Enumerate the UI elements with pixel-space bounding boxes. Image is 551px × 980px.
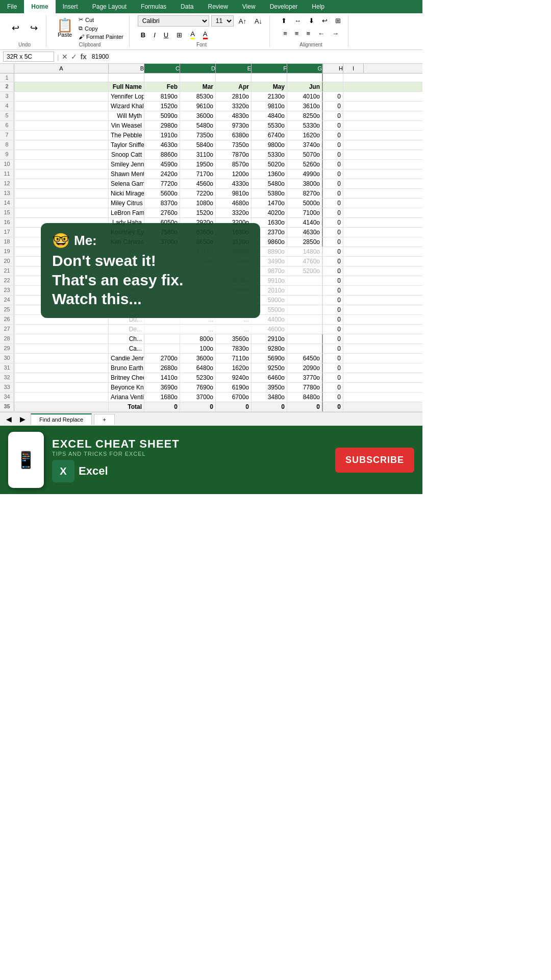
cell[interactable]: 9800o bbox=[252, 140, 287, 150]
name-box[interactable] bbox=[3, 52, 54, 62]
cell[interactable]: 4630o bbox=[287, 228, 323, 237]
tab-insert[interactable]: Insert bbox=[56, 0, 85, 13]
cell[interactable] bbox=[144, 325, 180, 334]
cell[interactable] bbox=[14, 208, 109, 217]
cell[interactable]: Miley Citrus bbox=[109, 199, 144, 208]
redo-button[interactable]: ↪ bbox=[26, 22, 42, 34]
cell[interactable]: 3600o bbox=[180, 111, 216, 120]
cell[interactable] bbox=[14, 169, 109, 179]
tab-formulas[interactable]: Formulas bbox=[134, 0, 173, 13]
col-header-g[interactable]: G bbox=[287, 64, 323, 73]
undo-button[interactable]: ↩ bbox=[7, 22, 23, 34]
cell[interactable]: 7870o bbox=[216, 150, 252, 159]
cell[interactable]: 0 bbox=[252, 402, 287, 411]
cell[interactable]: 5480o bbox=[252, 179, 287, 188]
paste-button[interactable]: 📋 Paste bbox=[55, 17, 75, 39]
cell[interactable]: 0 bbox=[323, 286, 343, 295]
cell[interactable]: 8570o bbox=[216, 160, 252, 169]
cell[interactable]: 800o bbox=[180, 334, 216, 344]
cell[interactable]: 6740o bbox=[252, 131, 287, 140]
cell[interactable]: 4330o bbox=[216, 179, 252, 188]
cell[interactable]: 7100o bbox=[287, 208, 323, 217]
cell[interactable]: 0 bbox=[323, 247, 343, 256]
cell[interactable]: Smiley Jenner bbox=[109, 160, 144, 169]
cancel-formula-icon[interactable]: ✕ bbox=[62, 53, 68, 61]
cell[interactable]: De... bbox=[109, 325, 144, 334]
cell[interactable] bbox=[14, 131, 109, 140]
align-top-button[interactable]: ⬆ bbox=[278, 15, 290, 26]
cell[interactable]: LeBron Fames bbox=[109, 208, 144, 217]
col-header-f[interactable]: F bbox=[252, 64, 287, 73]
cell[interactable]: 4760o bbox=[287, 257, 323, 266]
cell[interactable]: Will Myth bbox=[109, 111, 144, 120]
cell[interactable] bbox=[323, 74, 343, 82]
cell[interactable]: 3740o bbox=[287, 140, 323, 150]
cell[interactable]: Snoop Catt bbox=[109, 150, 144, 159]
cell[interactable] bbox=[287, 325, 323, 334]
cell[interactable]: 8250o bbox=[287, 111, 323, 120]
cell[interactable]: 100o bbox=[180, 344, 216, 353]
merge-button[interactable]: ⊞ bbox=[332, 15, 344, 26]
cell[interactable]: Vin Weasel bbox=[109, 121, 144, 130]
cell[interactable]: 3770o bbox=[287, 373, 323, 382]
cell[interactable]: 9810o bbox=[252, 102, 287, 111]
cell[interactable] bbox=[287, 344, 323, 353]
cell[interactable] bbox=[14, 402, 109, 411]
cell[interactable]: 3110o bbox=[180, 150, 216, 159]
cell[interactable]: 8370o bbox=[144, 199, 180, 208]
cell[interactable]: The Pebble bbox=[109, 131, 144, 140]
cell[interactable]: 9240o bbox=[216, 373, 252, 382]
cell[interactable]: 5530o bbox=[252, 121, 287, 130]
cell[interactable]: 3800o bbox=[287, 179, 323, 188]
cell[interactable] bbox=[14, 111, 109, 120]
cell[interactable]: 0 bbox=[323, 160, 343, 169]
cell[interactable]: 5330o bbox=[252, 150, 287, 159]
cell[interactable]: 2910o bbox=[252, 334, 287, 344]
cell[interactable]: 1080o bbox=[180, 199, 216, 208]
cell[interactable] bbox=[287, 305, 323, 314]
cell[interactable]: 5020o bbox=[252, 160, 287, 169]
cell[interactable]: 2130o bbox=[252, 92, 287, 101]
font-color-button[interactable]: A bbox=[200, 29, 211, 41]
cell[interactable]: 0 bbox=[323, 354, 343, 363]
cell[interactable] bbox=[14, 102, 109, 111]
cell[interactable]: 0 bbox=[180, 402, 216, 411]
cell[interactable]: 1910o bbox=[144, 131, 180, 140]
cell[interactable]: 7350o bbox=[180, 131, 216, 140]
cell[interactable]: 0 bbox=[323, 131, 343, 140]
cell[interactable] bbox=[14, 74, 109, 82]
cell[interactable]: 1520o bbox=[144, 102, 180, 111]
format-painter-button[interactable]: 🖌 Format Painter bbox=[77, 33, 125, 40]
cell[interactable]: 5690o bbox=[252, 354, 287, 363]
cell[interactable]: 5090o bbox=[144, 111, 180, 120]
cell-header-may[interactable]: May bbox=[252, 82, 287, 91]
col-header-c[interactable]: C bbox=[144, 64, 180, 73]
cell[interactable]: 4560o bbox=[180, 179, 216, 188]
cell[interactable]: 0 bbox=[323, 121, 343, 130]
cell[interactable]: 0 bbox=[323, 92, 343, 101]
cell[interactable]: 0 bbox=[323, 373, 343, 382]
font-size-select[interactable]: 11 bbox=[211, 15, 234, 27]
cell[interactable]: 4140o bbox=[287, 218, 323, 227]
cell[interactable]: 0 bbox=[323, 383, 343, 392]
cell[interactable]: 6450o bbox=[287, 354, 323, 363]
fill-color-button[interactable]: A bbox=[187, 29, 198, 41]
cell[interactable]: 0 bbox=[323, 179, 343, 188]
cell[interactable]: 3690o bbox=[144, 383, 180, 392]
cell[interactable]: 8860o bbox=[144, 150, 180, 159]
cell[interactable]: 0 bbox=[323, 393, 343, 402]
cell[interactable]: Shawn Mentos bbox=[109, 169, 144, 179]
cell[interactable]: 0 bbox=[287, 402, 323, 411]
cell[interactable]: 6700o bbox=[216, 393, 252, 402]
cell[interactable]: 2420o bbox=[144, 169, 180, 179]
cell[interactable]: 0 bbox=[323, 305, 343, 314]
cell[interactable] bbox=[14, 189, 109, 198]
cell[interactable]: 0 bbox=[323, 189, 343, 198]
insert-function-icon[interactable]: fx bbox=[80, 53, 86, 61]
cell[interactable] bbox=[14, 150, 109, 159]
cell[interactable]: Selena Gamez bbox=[109, 179, 144, 188]
cell-header-apr[interactable]: Apr bbox=[216, 82, 252, 91]
cell[interactable] bbox=[144, 344, 180, 353]
cell[interactable]: 1470o bbox=[252, 199, 287, 208]
cell[interactable]: 1200o bbox=[216, 169, 252, 179]
